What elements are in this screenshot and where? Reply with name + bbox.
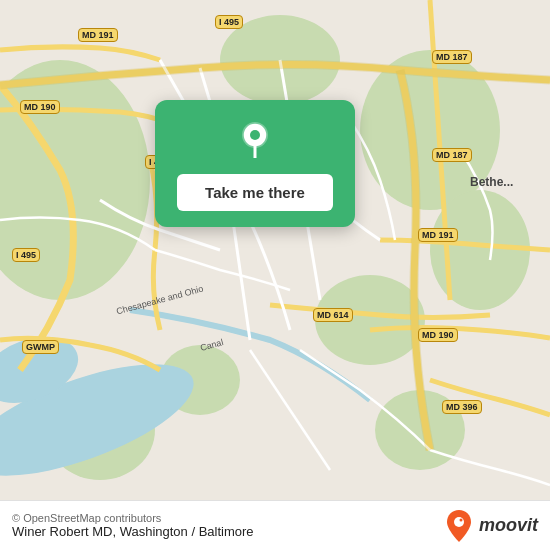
bottom-bar: © OpenStreetMap contributors Winer Rober… [0,500,550,550]
svg-point-13 [250,130,260,140]
route-badge-md187-mid: MD 187 [432,148,472,162]
bottom-left-info: © OpenStreetMap contributors Winer Rober… [12,512,254,539]
location-label: Winer Robert MD, Washington / Baltimore [12,524,254,539]
route-badge-md187-top: MD 187 [432,50,472,64]
route-badge-i495-top: I 495 [215,15,243,29]
svg-point-16 [459,518,462,521]
route-badge-i495-left: I 495 [12,248,40,262]
route-badge-md190-right: MD 190 [418,328,458,342]
route-badge-md191-right: MD 191 [418,228,458,242]
moovit-pin-icon [445,510,473,542]
moovit-logo: moovit [445,510,538,542]
route-badge-md396: MD 396 [442,400,482,414]
route-badge-md190-left: MD 190 [20,100,60,114]
route-badge-md191-top: MD 191 [78,28,118,42]
take-me-there-button[interactable]: Take me there [177,174,333,211]
pin-icon [233,118,277,162]
route-badge-gwmp: GWMP [22,340,59,354]
moovit-wordmark: moovit [479,515,538,536]
city-label-bethesda: Bethe... [470,175,513,189]
svg-point-15 [454,517,464,527]
route-badge-md614: MD 614 [313,308,353,322]
osm-attribution: © OpenStreetMap contributors [12,512,254,524]
popup-card: Take me there [155,100,355,227]
map-container: I 495 I 495 I 495 MD 191 MD 190 MD 187 M… [0,0,550,550]
